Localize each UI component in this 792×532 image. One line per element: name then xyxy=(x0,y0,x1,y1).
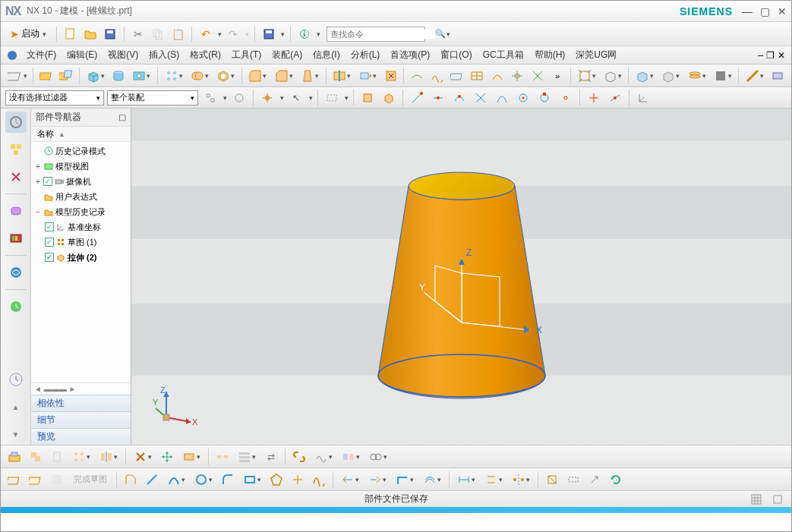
rail-collapse-down-icon[interactable]: ▼ xyxy=(5,423,27,445)
menu-analysis[interactable]: 分析(L) xyxy=(346,47,385,63)
command-search[interactable]: 🔍 ▾ xyxy=(327,27,425,42)
sel-arrow-icon[interactable]: ↖ xyxy=(287,89,305,107)
section-icon[interactable] xyxy=(769,67,787,85)
draft-icon[interactable]: ▾ xyxy=(298,67,321,85)
tree-model-views[interactable]: +模型视图 xyxy=(31,159,131,174)
asm-add-icon[interactable] xyxy=(27,448,45,466)
mdi-close-icon[interactable]: ✕ xyxy=(778,50,785,61)
asm-new-icon[interactable] xyxy=(48,448,66,466)
asm-open-icon[interactable] xyxy=(5,448,24,466)
status-grid-icon[interactable] xyxy=(747,490,765,508)
snap-end-icon[interactable] xyxy=(408,89,426,107)
clip-icon[interactable]: ▾ xyxy=(711,67,734,85)
surface-2-icon[interactable] xyxy=(428,67,446,85)
app-menu-icon[interactable] xyxy=(4,47,21,64)
show-hide-icon[interactable]: ▾ xyxy=(659,67,683,85)
section-dependencies[interactable]: 相依性 xyxy=(31,395,131,411)
snap-ctrl-icon[interactable] xyxy=(450,89,469,107)
tree-sketch-1[interactable]: ✓草图 (1) xyxy=(31,235,131,250)
update-model-icon[interactable] xyxy=(607,471,625,489)
open-file-icon[interactable] xyxy=(82,26,99,42)
surface-7-icon[interactable] xyxy=(529,67,546,85)
menu-insert[interactable]: 插入(S) xyxy=(144,47,184,63)
datum-axis-icon[interactable] xyxy=(58,67,75,85)
unite-icon[interactable]: ▾ xyxy=(188,67,211,85)
tree-cameras[interactable]: +✓摄像机 xyxy=(31,174,131,189)
rail-hd3d-icon[interactable] xyxy=(5,228,27,249)
surface-4-icon[interactable] xyxy=(469,67,486,85)
wcs-icon[interactable] xyxy=(634,89,652,107)
chamfer-icon[interactable]: ▾ xyxy=(272,67,295,85)
rail-history-icon[interactable] xyxy=(5,296,27,317)
quick-trim-icon[interactable]: ▾ xyxy=(338,471,362,489)
move-face-icon[interactable]: ▾ xyxy=(356,67,380,85)
offset-curve-icon[interactable]: ▾ xyxy=(420,471,444,489)
arc-icon[interactable]: ▾ xyxy=(164,471,188,489)
rail-collapse-up-icon[interactable]: ▲ xyxy=(5,396,27,417)
command-search-input[interactable] xyxy=(330,30,435,39)
mdi-minimize-icon[interactable]: – xyxy=(758,50,763,61)
pattern-icon[interactable]: ▾ xyxy=(162,67,185,85)
asm-move-icon[interactable] xyxy=(158,448,176,466)
sel-face-icon[interactable] xyxy=(358,89,377,107)
line-icon[interactable] xyxy=(143,471,161,489)
asm-pattern-icon[interactable]: ▾ xyxy=(69,448,93,466)
tree-user-expr[interactable]: 用户表达式 xyxy=(31,189,131,204)
corner-icon[interactable]: ▾ xyxy=(393,471,417,489)
section-preview[interactable]: 预览 xyxy=(31,428,131,445)
tree-datum-csys[interactable]: ✓基准坐标 xyxy=(31,219,131,235)
asm-sequence-icon[interactable]: ▾ xyxy=(235,448,259,466)
snap-mid-icon[interactable] xyxy=(429,89,447,107)
fillet-sk-icon[interactable] xyxy=(219,471,237,489)
asm-mirror-icon[interactable]: ▾ xyxy=(96,448,121,466)
render-style-icon[interactable]: ▾ xyxy=(633,67,656,85)
menu-window[interactable]: 窗口(O) xyxy=(436,47,476,63)
sel-rect-icon[interactable] xyxy=(323,89,341,107)
circle-icon[interactable]: ▾ xyxy=(191,471,216,489)
profile-icon[interactable] xyxy=(121,471,140,489)
new-file-icon[interactable] xyxy=(62,26,79,42)
surface-6-icon[interactable] xyxy=(509,67,526,85)
rail-reuse-icon[interactable] xyxy=(5,200,27,222)
tree-history-mode[interactable]: 历史记录模式 xyxy=(31,143,131,159)
asm-constraint-icon[interactable]: ▾ xyxy=(131,448,155,466)
menu-file[interactable]: 文件(F) xyxy=(22,47,61,63)
surface-1-icon[interactable] xyxy=(408,67,425,85)
rail-clock-icon[interactable] xyxy=(5,369,27,390)
menu-szugw[interactable]: 深莞UG网 xyxy=(571,47,621,63)
menu-assembly[interactable]: 装配(A) xyxy=(267,47,307,63)
sel-tool-2-icon[interactable] xyxy=(230,89,248,107)
hole-icon[interactable]: ▾ xyxy=(130,67,153,85)
dimension-icon[interactable]: ▾ xyxy=(454,471,478,489)
copy-icon[interactable] xyxy=(150,26,166,42)
point-icon[interactable] xyxy=(289,471,307,489)
view-triad[interactable]: X Z Y xyxy=(153,386,198,431)
snap-quad-icon[interactable] xyxy=(535,89,554,107)
section-details[interactable]: 细节 xyxy=(31,411,131,428)
revolve-icon[interactable] xyxy=(109,67,127,85)
asm-arrangement-icon[interactable]: ▾ xyxy=(366,448,390,466)
finish-sketch-flag-icon[interactable] xyxy=(48,471,66,489)
nav-column-header[interactable]: 名称▲ xyxy=(31,127,131,142)
rail-constraint-icon[interactable] xyxy=(5,166,27,187)
minimize-button[interactable]: — xyxy=(742,5,753,17)
rail-assembly-icon[interactable] xyxy=(5,139,27,160)
asm-replace-icon[interactable]: ⇄ xyxy=(262,448,280,466)
snap-intersect-icon[interactable] xyxy=(472,89,490,107)
tree-extrude-2[interactable]: ✓拉伸 (2) xyxy=(31,250,131,265)
make-symmetric-icon[interactable]: ▾ xyxy=(509,471,533,489)
spline-icon[interactable] xyxy=(310,471,328,489)
snap-exist-icon[interactable] xyxy=(557,89,575,107)
trim-body-icon[interactable]: ▾ xyxy=(330,67,353,85)
asm-show-icon[interactable]: ▾ xyxy=(179,448,204,466)
asm-explode-icon[interactable] xyxy=(213,448,232,466)
mdi-restore-icon[interactable]: ❐ xyxy=(766,50,775,61)
sketch-direct-icon[interactable] xyxy=(27,471,45,489)
snap-oncurve-icon[interactable] xyxy=(606,89,624,107)
menu-view[interactable]: 视图(V) xyxy=(103,47,143,63)
fit-view-icon[interactable]: ▾ xyxy=(575,67,598,85)
sel-body-icon[interactable] xyxy=(380,89,398,107)
menu-prefs[interactable]: 首选项(P) xyxy=(386,47,434,63)
close-button[interactable]: ✕ xyxy=(778,5,787,17)
menu-tools[interactable]: 工具(T) xyxy=(227,47,266,63)
